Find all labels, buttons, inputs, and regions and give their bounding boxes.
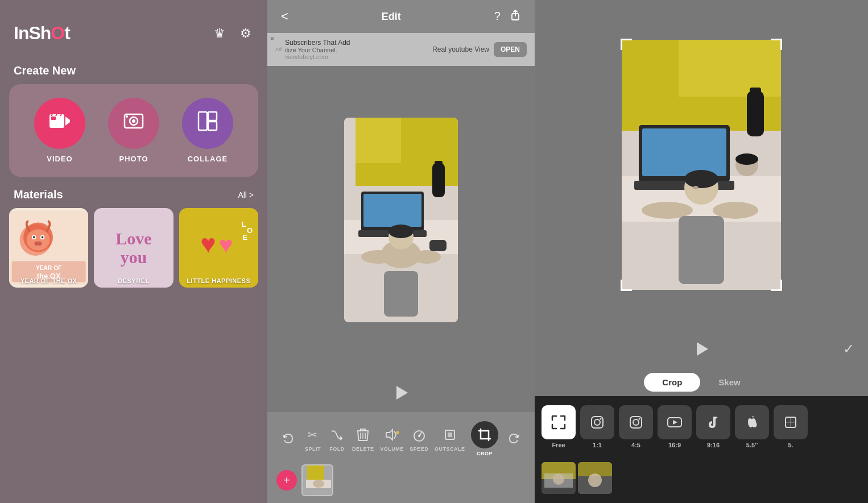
- materials-all-link[interactable]: All >: [238, 190, 254, 199]
- svg-rect-78: [679, 216, 724, 284]
- crown-icon[interactable]: ♛: [212, 26, 228, 41]
- collage-icon: [197, 111, 218, 136]
- crop-timeline-thumb-1: [542, 462, 576, 494]
- svg-point-54: [396, 431, 399, 434]
- crop-handle-br[interactable]: [771, 280, 782, 291]
- ad-close-icon[interactable]: ✕: [270, 35, 275, 43]
- svg-point-57: [418, 435, 420, 437]
- ratio-16x9[interactable]: 16:9: [658, 405, 692, 448]
- split-label: SPLIT: [305, 446, 321, 452]
- fold-tool[interactable]: FOLD: [328, 426, 346, 452]
- play-button[interactable]: [388, 380, 414, 405]
- svg-marker-88: [673, 420, 677, 425]
- edit-header: < Edit ?: [267, 0, 535, 33]
- edit-preview: [267, 66, 535, 373]
- crop-check-button[interactable]: ✓: [843, 341, 854, 357]
- crop-tabs: Crop Skew: [535, 368, 868, 396]
- svg-rect-49: [429, 240, 447, 251]
- desyrel-label: DESYREL: [94, 277, 173, 284]
- svg-point-46: [361, 250, 395, 264]
- panel-edit: < Edit ? ✕ Ad Subscribers That Add itize…: [267, 0, 535, 503]
- split-icon: ✂: [304, 426, 322, 444]
- ratio-free-box: [542, 405, 576, 439]
- crop-icon: [471, 421, 498, 448]
- ratio-1x1[interactable]: 1:1: [580, 405, 614, 448]
- svg-point-9: [126, 115, 128, 118]
- svg-text:O: O: [247, 226, 253, 235]
- crop-image-container: [622, 40, 781, 290]
- svg-text:E: E: [242, 233, 247, 242]
- photo-circle: [108, 98, 159, 149]
- svg-point-47: [412, 250, 441, 264]
- svg-rect-12: [208, 122, 217, 130]
- ad-text: Subscribers That Add itize Your Channel.…: [285, 39, 432, 60]
- volume-tool[interactable]: VOLUME: [380, 426, 404, 452]
- back-button[interactable]: <: [281, 9, 288, 24]
- ratio-1x1-label: 1:1: [593, 442, 602, 448]
- edit-header-actions: ?: [494, 10, 521, 24]
- svg-point-86: [639, 418, 640, 420]
- svg-rect-71: [747, 91, 764, 136]
- ratio-4x5[interactable]: 4:5: [619, 405, 653, 448]
- app-logo: InShOt: [14, 23, 70, 44]
- svg-point-85: [633, 419, 639, 425]
- collage-label: COLLAGE: [188, 155, 228, 163]
- material-card-little-happiness[interactable]: ♥ ♥ L O E LITTLE HAPPINESS: [179, 208, 258, 288]
- video-button[interactable]: VIDEO: [34, 98, 85, 163]
- svg-rect-41: [432, 163, 445, 197]
- ratio-more[interactable]: 5.: [774, 405, 808, 448]
- ad-url: viewtubeyt.com: [285, 53, 432, 60]
- svg-text:♥: ♥: [218, 231, 233, 258]
- ratio-free[interactable]: Free: [542, 405, 576, 448]
- svg-text:L: L: [241, 220, 246, 228]
- svg-point-83: [600, 418, 602, 420]
- panel-home: InShOt ♛ ⚙ Create New: [0, 0, 267, 503]
- edit-toolbar: ✂ SPLIT FOLD: [267, 412, 535, 503]
- ratio-4x5-box: [619, 405, 653, 439]
- material-card-year-ox[interactable]: YEAR OF the OX YEAR OF THE OX: [9, 208, 88, 288]
- crop-tool[interactable]: CROP: [471, 421, 498, 456]
- svg-marker-53: [386, 430, 392, 440]
- crop-handle-bl[interactable]: [621, 280, 632, 291]
- settings-icon[interactable]: ⚙: [238, 26, 254, 41]
- svg-line-52: [365, 433, 366, 439]
- collage-button[interactable]: COLLAGE: [182, 98, 233, 163]
- ratio-5inch5[interactable]: 5.5'': [735, 405, 769, 448]
- svg-point-20: [42, 236, 44, 239]
- material-card-desyrel[interactable]: Loveyou DESYREL: [94, 208, 173, 288]
- panel-crop: ✓ Crop Skew Free: [535, 0, 868, 503]
- svg-rect-10: [199, 112, 207, 130]
- crop-handle-tl[interactable]: [621, 39, 632, 50]
- undo-tool[interactable]: [279, 430, 297, 448]
- crop-timeline: [535, 458, 868, 503]
- svg-rect-11: [208, 112, 217, 120]
- redo-tool[interactable]: [505, 430, 523, 448]
- delete-tool[interactable]: DELETE: [352, 426, 374, 452]
- share-icon[interactable]: [510, 10, 521, 24]
- create-new-title: Create New: [0, 55, 267, 84]
- ratio-free-label: Free: [552, 442, 565, 448]
- speed-tool[interactable]: SPEED: [410, 426, 428, 452]
- help-icon[interactable]: ?: [494, 10, 501, 24]
- ratio-5inch5-box: [735, 405, 769, 439]
- materials-header: Materials All >: [0, 177, 267, 208]
- add-clip-button[interactable]: +: [276, 470, 297, 490]
- ratio-9x16[interactable]: 9:16: [696, 405, 730, 448]
- undo-icon: [279, 430, 297, 448]
- crop-tab-crop[interactable]: Crop: [644, 373, 700, 392]
- svg-text:YEAR OF: YEAR OF: [36, 265, 61, 271]
- crop-timeline-thumb-2: [578, 462, 612, 494]
- split-tool[interactable]: ✂ SPLIT: [304, 426, 322, 452]
- svg-marker-1: [65, 117, 70, 126]
- outscale-tool[interactable]: OUTSCALE: [435, 426, 465, 452]
- crop-play-button[interactable]: [689, 336, 714, 361]
- photo-button[interactable]: PHOTO: [108, 98, 159, 163]
- speed-label: SPEED: [410, 446, 428, 452]
- crop-handle-tr[interactable]: [771, 39, 782, 50]
- outscale-label: OUTSCALE: [435, 446, 465, 452]
- ad-badge: Ad: [275, 47, 282, 52]
- ad-open-button[interactable]: OPEN: [494, 42, 527, 57]
- crop-tab-skew[interactable]: Skew: [700, 373, 758, 392]
- svg-point-98: [588, 473, 602, 487]
- delete-icon: [354, 426, 372, 444]
